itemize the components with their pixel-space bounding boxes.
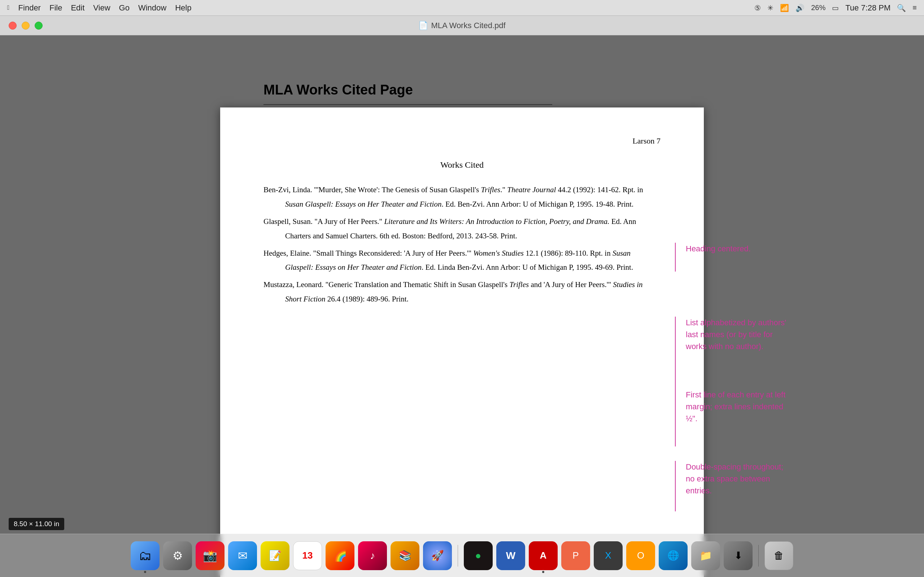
launchpad-icon: 🚀 xyxy=(431,550,444,561)
dock-notes[interactable]: 📝 xyxy=(261,541,289,570)
menu-finder[interactable]: Finder xyxy=(18,3,41,13)
dock-acrobat[interactable]: A xyxy=(529,541,558,570)
page-size-badge: 8.50 × 11.00 in xyxy=(9,518,64,530)
downloads-folder-icon: ⬇ xyxy=(734,550,743,561)
minimize-button[interactable] xyxy=(22,22,30,29)
dock-books[interactable]: 📚 xyxy=(391,541,419,570)
system-prefs-icon: ⚙ xyxy=(173,549,183,562)
trash-icon: 🗑 xyxy=(774,550,784,561)
page-content: MLA Works Cited Page Larson 7 Works Cite… xyxy=(263,136,661,306)
dock-app-red[interactable]: P xyxy=(561,541,590,570)
works-cited-heading: Works Cited xyxy=(263,160,661,170)
menu-file[interactable]: File xyxy=(50,3,62,13)
traffic-lights xyxy=(9,22,43,29)
photos-icon: 📸 xyxy=(203,549,217,562)
sourcetree-icon: 🌐 xyxy=(667,550,679,561)
dock-mail[interactable]: ✉ xyxy=(228,541,257,570)
pdf-file-icon: 📄 xyxy=(418,21,428,30)
acrobat-dot xyxy=(542,571,544,573)
annotation-first-line: First line of each entry at left margin;… xyxy=(686,389,790,424)
battery-icon: ▭ xyxy=(832,3,839,12)
title-rule xyxy=(263,104,552,105)
dock-system-preferences[interactable]: ⚙ xyxy=(163,541,192,570)
acrobat-icon: A xyxy=(540,550,547,561)
mail-icon: ✉ xyxy=(238,549,247,562)
dock-photos[interactable]: 📸 xyxy=(195,541,225,570)
finder-icon: 🗂 xyxy=(139,548,152,563)
pdf-window: 📄 MLA Works Cited.pdf 8.50 × 11.00 in ML… xyxy=(0,16,924,577)
volume-icon[interactable]: 🔊 xyxy=(795,3,804,12)
dock-apps-folder[interactable]: 📁 xyxy=(691,541,720,570)
fullscreen-button[interactable] xyxy=(35,22,43,29)
dock-launchpad[interactable]: 🚀 xyxy=(423,541,452,570)
dock-divider-1 xyxy=(458,545,458,567)
dock-app-dark[interactable]: X xyxy=(594,541,623,570)
page-header: Larson 7 xyxy=(263,136,661,146)
menu-edit[interactable]: Edit xyxy=(71,3,84,13)
apple-menu[interactable]:  xyxy=(7,4,10,11)
dock-divider-2 xyxy=(758,545,759,567)
dock-trash[interactable]: 🗑 xyxy=(764,541,793,570)
pdf-page: MLA Works Cited Page Larson 7 Works Cite… xyxy=(220,108,704,577)
siri-icon[interactable]: ⑤ xyxy=(754,3,761,12)
dock-downloads-folder[interactable]: ⬇ xyxy=(724,541,753,570)
pdf-viewer[interactable]: 8.50 × 11.00 in MLA Works Cited Page Lar… xyxy=(0,35,924,577)
menu-bar-right: ⑤ ✳ 📶 🔊 26% ▭ Tue 7:28 PM 🔍 ≡ xyxy=(754,3,917,13)
spotify-icon: ● xyxy=(475,550,481,561)
bluetooth-icon[interactable]: ✳ xyxy=(767,3,774,12)
entry-2: Glaspell, Susan. "A Jury of Her Peers." … xyxy=(263,214,661,243)
window-title-bar: 📄 MLA Works Cited.pdf xyxy=(0,16,924,35)
word-icon: W xyxy=(506,550,515,561)
annotation-alphabetized: List alphabetized by authors' last names… xyxy=(686,317,790,352)
app-red-icon: P xyxy=(572,550,578,561)
menu-help[interactable]: Help xyxy=(175,3,191,13)
entry-4: Mustazza, Leonard. "Generic Translation … xyxy=(263,278,661,306)
control-strip-icon[interactable]: ≡ xyxy=(913,3,917,12)
annotation-heading-centered: Heading centered. xyxy=(686,243,790,255)
wifi-icon[interactable]: 📶 xyxy=(780,3,789,12)
close-button[interactable] xyxy=(9,22,16,29)
dock-image-capture[interactable]: 🌈 xyxy=(326,541,354,570)
battery-level: 26% xyxy=(811,3,825,12)
dock-finder[interactable]: 🗂 xyxy=(131,541,160,570)
music-icon: ♪ xyxy=(370,550,375,561)
books-icon: 📚 xyxy=(399,550,412,561)
dock-word[interactable]: W xyxy=(496,541,525,570)
dock-app-orange[interactable]: O xyxy=(626,541,655,570)
app-dark-icon: X xyxy=(605,550,611,561)
dock-spotify[interactable]: ● xyxy=(464,541,493,570)
doc-heading: MLA Works Cited Page xyxy=(263,82,552,98)
menu-view[interactable]: View xyxy=(93,3,110,13)
app-orange-icon: O xyxy=(637,550,644,561)
menu-bar:  Finder File Edit View Go Window Help ⑤… xyxy=(0,0,924,16)
calendar-icon: 13 xyxy=(302,550,313,561)
finder-dot xyxy=(144,571,146,573)
dock-sourcetree[interactable]: 🌐 xyxy=(659,541,688,570)
notes-icon: 📝 xyxy=(269,550,281,561)
entry-1: Ben-Zvi, Linda. "'Murder, She Wrote': Th… xyxy=(263,183,661,212)
dock: 🗂 ⚙ 📸 ✉ 📝 13 🌈 ♪ 📚 🚀 ● xyxy=(0,534,924,577)
image-capture-icon: 🌈 xyxy=(333,549,347,562)
search-icon[interactable]: 🔍 xyxy=(897,3,906,12)
menu-go[interactable]: Go xyxy=(119,3,129,13)
annotation-double-spacing: Double-spacing throughout; no extra spac… xyxy=(686,461,790,496)
apps-folder-icon: 📁 xyxy=(699,550,712,561)
menu-bar-left:  Finder File Edit View Go Window Help xyxy=(7,3,191,13)
clock: Tue 7:28 PM xyxy=(845,3,890,13)
menu-window[interactable]: Window xyxy=(138,3,166,13)
dock-calendar[interactable]: 13 xyxy=(293,541,322,570)
dock-music[interactable]: ♪ xyxy=(358,541,387,570)
window-title: 📄 MLA Works Cited.pdf xyxy=(418,21,505,30)
window-title-label: MLA Works Cited.pdf xyxy=(431,21,505,30)
entry-3: Hedges, Elaine. "Small Things Reconsider… xyxy=(263,246,661,275)
